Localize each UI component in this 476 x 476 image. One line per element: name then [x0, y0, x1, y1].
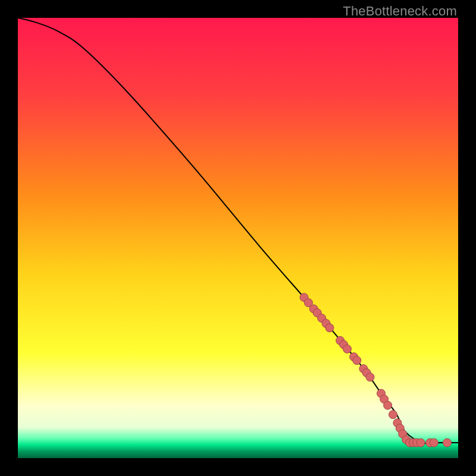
data-marker: [443, 439, 452, 447]
data-marker: [384, 401, 392, 409]
chart-frame: TheBottleneck.com: [0, 0, 476, 476]
data-marker: [325, 324, 334, 332]
data-marker: [416, 439, 425, 447]
data-marker: [430, 439, 438, 447]
bottleneck-curve: [18, 18, 458, 444]
data-marker: [353, 356, 361, 365]
marker-group: [300, 293, 452, 447]
data-marker: [389, 411, 397, 419]
curve-layer: [18, 18, 458, 458]
data-marker: [343, 345, 352, 353]
plot-area: [18, 18, 458, 458]
watermark-text: TheBottleneck.com: [343, 4, 457, 19]
data-marker: [366, 373, 374, 381]
